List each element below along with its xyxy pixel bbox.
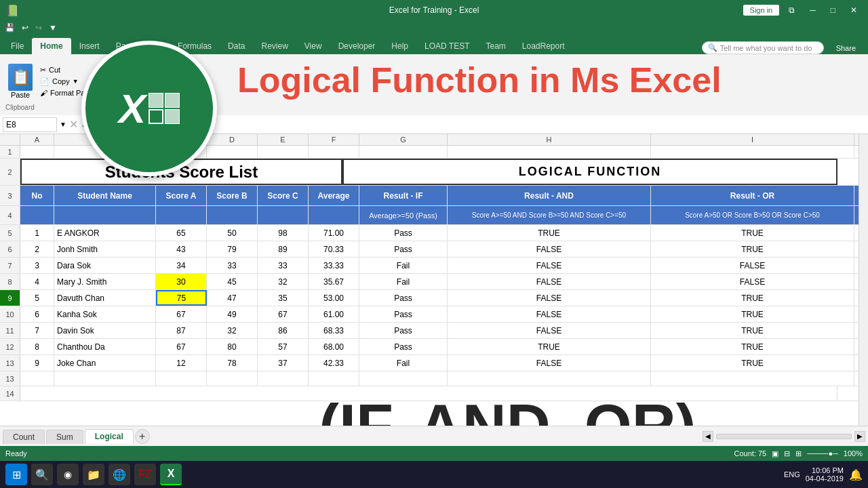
r13-scoreb[interactable]: 78 (207, 355, 258, 371)
r1-d[interactable] (207, 146, 258, 158)
r9-scorea[interactable]: 75 (156, 290, 207, 306)
col-header-a[interactable]: A (20, 134, 54, 145)
r13-f[interactable] (309, 371, 359, 386)
normal-view-icon[interactable]: ▣ (772, 449, 778, 458)
horizontal-scrollbar[interactable] (716, 434, 852, 439)
r13-i[interactable] (651, 371, 854, 386)
undo-quick-btn[interactable]: ↩ (20, 22, 31, 33)
r7-and[interactable]: FALSE (448, 258, 651, 273)
r12-name[interactable]: Chanthou Da (54, 339, 156, 354)
start-button[interactable]: ⊞ (5, 464, 27, 485)
hdr-average[interactable]: Average (309, 186, 359, 205)
customize-quick-btn[interactable]: ▼ (47, 22, 59, 33)
sub-name[interactable] (54, 206, 156, 224)
sub-no[interactable] (20, 206, 54, 224)
tab-developer[interactable]: Developer (330, 38, 384, 54)
r11-scorea[interactable]: 87 (156, 323, 207, 338)
name-box-dropdown[interactable]: ▼ (60, 121, 66, 128)
sheet-tab-count[interactable]: Count (3, 430, 45, 444)
r9-if[interactable]: Pass (359, 290, 448, 306)
r10-no[interactable]: 6 (20, 306, 54, 322)
hdr-no[interactable]: No (20, 186, 54, 205)
sub-c[interactable] (258, 206, 309, 224)
tab-insert[interactable]: Insert (71, 38, 108, 54)
r6-scoreb[interactable]: 79 (207, 241, 258, 257)
col-header-h[interactable]: H (448, 134, 651, 145)
r1-h[interactable] (448, 146, 651, 158)
r8-if[interactable]: Fail (359, 274, 448, 289)
r7-no[interactable]: 3 (20, 258, 54, 273)
r10-avg[interactable]: 61.00 (309, 306, 359, 322)
r13-or[interactable]: TRUE (651, 355, 854, 371)
add-sheet-button[interactable]: + (135, 429, 150, 444)
tab-load-test[interactable]: LOAD TEST (416, 38, 477, 54)
paste-button[interactable]: 📋 Paste (5, 61, 35, 102)
r8-scoreb[interactable]: 45 (207, 274, 258, 289)
sub-if[interactable]: Average>=50 (Pass) (359, 206, 448, 224)
tell-me-box[interactable]: 🔍 Tell me what you want to do (702, 41, 824, 54)
r6-and[interactable]: FALSE (448, 241, 651, 257)
zoom-slider[interactable]: ────●─ (807, 449, 838, 458)
tab-help[interactable]: Help (383, 38, 416, 54)
r12-scorea[interactable]: 67 (156, 339, 207, 354)
r12-avg[interactable]: 68.00 (309, 339, 359, 354)
hdr-result-and[interactable]: Result - AND (448, 186, 651, 205)
share-button[interactable]: Share (829, 42, 863, 54)
col-header-g[interactable]: G (359, 134, 448, 145)
r5-no[interactable]: 1 (20, 225, 54, 241)
col-header-f[interactable]: F (309, 134, 359, 145)
save-quick-btn[interactable]: 💾 (3, 22, 17, 33)
r12-if[interactable]: Pass (359, 339, 448, 354)
r11-scoreb[interactable]: 32 (207, 323, 258, 338)
r10-if[interactable]: Pass (359, 306, 448, 322)
r5-scorec[interactable]: 98 (258, 225, 309, 241)
tab-load-report[interactable]: LoadReport (514, 38, 573, 54)
notification-icon[interactable]: 🔔 (849, 468, 863, 481)
hdr-scoreb[interactable]: Score B (207, 186, 258, 205)
r5-or[interactable]: TRUE (651, 225, 854, 241)
r6-scorea[interactable]: 43 (156, 241, 207, 257)
cell-reference-box[interactable] (3, 117, 57, 132)
r9-name[interactable]: Davuth Chan (54, 290, 156, 306)
r9-avg[interactable]: 53.00 (309, 290, 359, 306)
sub-b[interactable] (207, 206, 258, 224)
r10-or[interactable]: TRUE (651, 306, 854, 322)
r9-scoreb[interactable]: 47 (207, 290, 258, 306)
sheet-tab-logical[interactable]: Logical (85, 429, 134, 444)
r12-no[interactable]: 8 (20, 339, 54, 354)
r12-or[interactable]: TRUE (651, 339, 854, 354)
r11-and[interactable]: FALSE (448, 323, 651, 338)
r11-if[interactable]: Pass (359, 323, 448, 338)
r7-scorea[interactable]: 34 (156, 258, 207, 273)
r10-scoreb[interactable]: 49 (207, 306, 258, 322)
page-break-icon[interactable]: ⊞ (795, 449, 802, 458)
r11-avg[interactable]: 68.33 (309, 323, 359, 338)
taskbar-file-explorer[interactable]: 📁 (83, 464, 104, 485)
taskbar-ie[interactable]: 🌐 (108, 464, 130, 485)
col-header-d[interactable]: D (207, 134, 258, 145)
minimize-button[interactable]: ─ (804, 4, 821, 16)
r5-if[interactable]: Pass (359, 225, 448, 241)
maximize-button[interactable]: □ (825, 4, 841, 16)
sign-in-button[interactable]: Sign in (743, 5, 780, 16)
r13-c[interactable] (156, 371, 207, 386)
vertical-scrollbar[interactable] (859, 134, 868, 426)
r8-no[interactable]: 4 (20, 274, 54, 289)
r8-name[interactable]: Mary J. Smith (54, 274, 156, 289)
r13-a[interactable] (20, 371, 54, 386)
tab-view[interactable]: View (296, 38, 330, 54)
r7-scoreb[interactable]: 33 (207, 258, 258, 273)
r13-d[interactable] (207, 371, 258, 386)
r5-and[interactable]: TRUE (448, 225, 651, 241)
r6-scorec[interactable]: 89 (258, 241, 309, 257)
r11-no[interactable]: 7 (20, 323, 54, 338)
r7-if[interactable]: Fail (359, 258, 448, 273)
taskbar-filezilla[interactable]: FZ (134, 464, 156, 485)
redo-quick-btn[interactable]: ↪ (33, 22, 44, 33)
r13-scorec[interactable]: 37 (258, 355, 309, 371)
r6-avg[interactable]: 70.33 (309, 241, 359, 257)
r12-scoreb[interactable]: 80 (207, 339, 258, 354)
r10-scorea[interactable]: 67 (156, 306, 207, 322)
r13-h[interactable] (448, 371, 651, 386)
page-layout-icon[interactable]: ⊟ (784, 449, 790, 458)
